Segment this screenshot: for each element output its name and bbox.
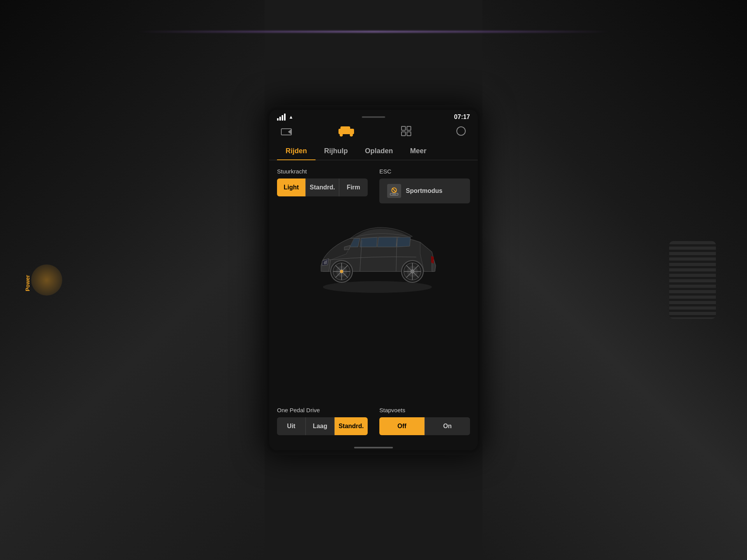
gauge-glow [31,264,62,296]
svg-rect-3 [340,126,350,130]
air-vent [669,241,716,319]
car-image [300,215,447,293]
svg-rect-8 [402,132,405,136]
home-indicator-bar [269,443,478,450]
svg-marker-1 [288,130,291,134]
bottom-controls-row: One Pedal Drive Uit Laag Standrd. Stapvo… [277,407,470,435]
power-label: Power [25,275,31,291]
signal-bar-3 [282,115,283,121]
svg-point-10 [457,127,465,135]
tab-rijden[interactable]: Rijden [277,142,316,160]
esc-sportmodus-button[interactable]: OFF Sportmodus [379,178,470,203]
grid-icon[interactable] [401,126,411,136]
one-pedal-uit-button[interactable]: Uit [277,417,306,435]
one-pedal-laag-button[interactable]: Laag [306,417,335,435]
status-left: ▲ [277,114,293,121]
svg-point-5 [350,133,353,136]
network-direction-icon: ▲ [289,114,293,120]
signal-bar-2 [279,117,281,121]
tab-opladen[interactable]: Opladen [356,142,402,160]
tab-rijhulp[interactable]: Rijhulp [316,142,356,160]
stuurkracht-buttons: Light Standrd. Firm [277,178,368,196]
tab-navigation: Rijden Rijhulp Opladen Meer [269,142,478,160]
bottom-section: One Pedal Drive Uit Laag Standrd. Stapvo… [269,407,478,443]
top-controls-row: Stuurkracht Light Standrd. Firm ESC [277,168,470,203]
svg-point-35 [411,270,414,273]
home-indicator [354,447,393,448]
one-pedal-standrd-button[interactable]: Standrd. [335,417,368,435]
stapvoets-off-button[interactable]: Off [379,417,425,435]
signal-bar-4 [284,114,286,121]
stapvoets-on-button[interactable]: On [425,417,470,435]
center-display: ▲ 07:17 [265,105,482,455]
signal-bar-1 [277,118,279,121]
signal-icon [277,114,286,121]
stuurkracht-standrd-button[interactable]: Standrd. [306,178,339,196]
stuurkracht-light-button[interactable]: Light [277,178,306,196]
one-pedal-drive-label: One Pedal Drive [277,407,368,413]
stapvoets-label: Stapvoets [379,407,470,413]
esc-off-icon: OFF [387,184,401,198]
tab-meer[interactable]: Meer [402,142,435,160]
stapvoets-group: Stapvoets Off On [379,407,470,435]
car-nav-icon[interactable] [337,126,356,136]
esc-sportmodus-label: Sportmodus [406,187,442,194]
stuurkracht-label: Stuurkracht [277,168,368,175]
one-pedal-drive-buttons: Uit Laag Standrd. [277,417,368,435]
svg-point-15 [323,281,432,293]
svg-point-26 [340,270,343,273]
nav-icons-row [269,122,478,142]
circle-icon[interactable] [456,126,466,136]
svg-rect-7 [407,126,411,130]
ambient-light-strip [136,31,611,32]
svg-point-4 [340,133,343,136]
car-display [277,211,470,297]
svg-rect-6 [402,126,405,130]
svg-line-12 [392,188,396,192]
status-bar: ▲ 07:17 [269,110,478,122]
tablet-screen: ▲ 07:17 [269,110,478,450]
camera-icon[interactable] [281,127,292,135]
svg-text:OFF: OFF [392,193,396,196]
svg-rect-9 [407,132,411,136]
esc-group: ESC OFF Sportmodus [379,168,470,203]
stuurkracht-group: Stuurkracht Light Standrd. Firm [277,168,368,203]
stuurkracht-firm-button[interactable]: Firm [339,178,368,196]
esc-label: ESC [379,168,391,175]
stapvoets-buttons: Off On [379,417,470,435]
one-pedal-drive-group: One Pedal Drive Uit Laag Standrd. [277,407,368,435]
tablet-housing: ▲ 07:17 [265,105,482,455]
top-pill [362,116,385,118]
clock: 07:17 [454,114,470,121]
content-area: Stuurkracht Light Standrd. Firm ESC [269,160,478,407]
